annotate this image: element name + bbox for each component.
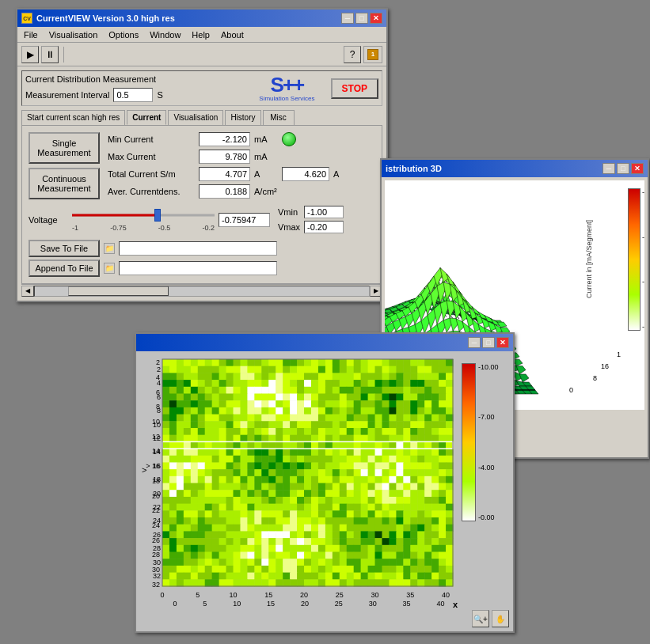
append-file-row: Append To File 📁 xyxy=(29,259,375,277)
measurement-title-text: Current Distribution Measurement xyxy=(25,74,251,84)
tab-inner: Single Measurement Continuous Measuremen… xyxy=(29,132,375,202)
tab-start[interactable]: Start current scan high res xyxy=(21,110,125,125)
window-2d-title-bar: ─ □ ✕ xyxy=(136,334,513,351)
aver-current-unit: A/cm² xyxy=(254,187,278,196)
menu-window[interactable]: Window xyxy=(147,30,183,40)
tab-visualisation[interactable]: Visualisation xyxy=(168,110,223,125)
logo-text: S++ xyxy=(271,74,304,95)
menu-options[interactable]: Options xyxy=(106,30,141,40)
slider-labels: -1 -0.75 -0.5 -0.2 xyxy=(72,224,215,232)
scroll-area: ◀ ▶ xyxy=(21,284,382,297)
pause-button[interactable]: ⏸ xyxy=(41,46,59,63)
tab-history[interactable]: History xyxy=(225,110,260,125)
window-3d-title-bar: istribution 3D ─ □ ✕ xyxy=(382,160,648,177)
window-2d-controls: ─ □ ✕ xyxy=(468,337,509,348)
pause-icon: ⏸ xyxy=(45,49,55,60)
voltage-value-input[interactable] xyxy=(219,213,270,227)
close-button[interactable]: ✕ xyxy=(370,13,382,24)
max-current-unit: mA xyxy=(254,152,278,161)
tab-current[interactable]: Current xyxy=(127,110,166,125)
min-current-label: Min Current xyxy=(108,134,195,144)
toolbar-separator xyxy=(63,47,64,63)
x-axis-labels: 0 5 10 15 20 25 30 35 40 xyxy=(160,600,458,608)
max-current-value[interactable] xyxy=(199,150,250,164)
continuous-measurement-button[interactable]: Continuous Measurement xyxy=(29,168,100,199)
minimize-icon: ─ xyxy=(606,165,611,172)
status-indicator xyxy=(282,132,296,146)
header-section: Current Distribution Measurement Measure… xyxy=(21,70,382,106)
2d-content: 2 4 6 8 10 12 14 > 16 18 20 22 24 26 28 … xyxy=(136,351,513,631)
vmin-max-area: Vmin Vmax xyxy=(278,206,344,233)
slider-label-q3: -0.2 xyxy=(202,224,215,232)
append-folder-icon: 📁 xyxy=(104,263,115,274)
voltage-row: Voltage -1 -0.75 -0.5 -0.2 xyxy=(29,206,375,233)
save-to-file-button[interactable]: Save To File xyxy=(29,240,100,257)
stop-btn-container: STOP xyxy=(331,74,378,102)
stop-button[interactable]: STOP xyxy=(331,78,378,99)
append-to-file-button[interactable]: Append To File xyxy=(29,259,100,277)
slider-fill xyxy=(72,214,158,217)
voltage-label: Voltage xyxy=(29,215,68,225)
scrollbar-track[interactable] xyxy=(34,286,370,297)
minimize-icon: ─ xyxy=(472,339,477,347)
interval-label: Measurement Interval xyxy=(25,90,109,100)
min-current-unit: mA xyxy=(254,134,278,144)
interval-input[interactable] xyxy=(113,88,153,102)
scale-label-min: -0.00 xyxy=(642,323,644,331)
aver-current-value[interactable] xyxy=(199,184,250,199)
main-window-controls: ─ □ ✕ xyxy=(341,13,382,24)
3d-axis-tick2: 16 xyxy=(601,362,609,370)
3d-color-bar xyxy=(628,188,640,331)
2d-scale-labels: -10.00 -7.00 -4.00 -0.00 xyxy=(478,363,499,521)
tab-misc[interactable]: Misc xyxy=(263,110,295,125)
2d-minimize-button[interactable]: ─ xyxy=(468,337,481,348)
3d-axis-x: 0 xyxy=(569,386,573,394)
total-current-label: Total Current S/m xyxy=(108,169,195,179)
maximize-icon: □ xyxy=(621,165,625,172)
menu-about[interactable]: About xyxy=(219,30,246,40)
toolbar: ▶ ⏸ ? 1 xyxy=(17,43,386,66)
measurements-area: Min Current mA Max Current mA Total Curr… xyxy=(108,132,375,199)
vmax-row: Vmax xyxy=(278,221,344,233)
save-file-path[interactable] xyxy=(119,241,277,256)
hand-tool-button[interactable]: ✋ xyxy=(492,610,509,627)
scroll-left-button[interactable]: ◀ xyxy=(21,286,34,297)
file-section: Save To File 📁 Append To File 📁 xyxy=(29,240,375,277)
menu-visualisation[interactable]: Visualisation xyxy=(47,30,101,40)
2d-close-button[interactable]: ✕ xyxy=(496,337,509,348)
menu-file[interactable]: File xyxy=(21,30,40,40)
minimize-button[interactable]: ─ xyxy=(341,13,354,24)
maximize-icon: □ xyxy=(486,339,490,347)
maximize-button[interactable]: □ xyxy=(355,13,368,24)
main-window: CV CurrentVIEW Version 3.0 high res ─ □ … xyxy=(16,8,388,302)
tabs-container: Start current scan high res Current Visu… xyxy=(21,110,382,125)
3d-color-scale: -10.00 -7.00 -4.00 -0.00 xyxy=(628,188,640,331)
3d-close-button[interactable]: ✕ xyxy=(631,163,644,174)
scrollbar-thumb[interactable] xyxy=(68,286,169,296)
vmin-input[interactable] xyxy=(304,206,344,218)
append-file-path[interactable] xyxy=(119,261,277,275)
slider-thumb[interactable] xyxy=(154,209,161,222)
vmax-label: Vmax xyxy=(278,222,302,232)
min-current-value[interactable] xyxy=(199,132,250,146)
2d-maximize-button[interactable]: □ xyxy=(482,337,495,348)
scale-label-mid1: -7.00 xyxy=(642,233,644,241)
zoom-tool-button[interactable]: 🔍+ xyxy=(472,610,489,627)
y-axis-labels: 2 4 6 8 10 12 14 > 16 18 20 22 24 26 28 … xyxy=(140,355,160,592)
logo-area: S++ Simulation Services xyxy=(259,74,314,102)
menu-help[interactable]: Help xyxy=(189,30,212,40)
total-current-value1[interactable] xyxy=(199,167,250,181)
vmax-input[interactable] xyxy=(304,221,344,233)
help-button[interactable]: ? xyxy=(344,46,361,63)
total-current-row: Total Current S/m A A xyxy=(108,167,375,181)
play-button[interactable]: ▶ xyxy=(21,46,39,63)
3d-minimize-button[interactable]: ─ xyxy=(602,163,615,174)
3d-maximize-button[interactable]: □ xyxy=(617,163,629,174)
close-icon: ✕ xyxy=(634,165,640,172)
window-3d-title: istribution 3D xyxy=(386,164,442,173)
scale-label-mid2: -4.00 xyxy=(642,278,644,286)
close-icon: ✕ xyxy=(373,14,379,22)
total-current-value2[interactable] xyxy=(282,167,329,181)
single-measurement-button[interactable]: Single Measurement xyxy=(29,132,100,164)
voltage-slider[interactable] xyxy=(72,207,215,223)
